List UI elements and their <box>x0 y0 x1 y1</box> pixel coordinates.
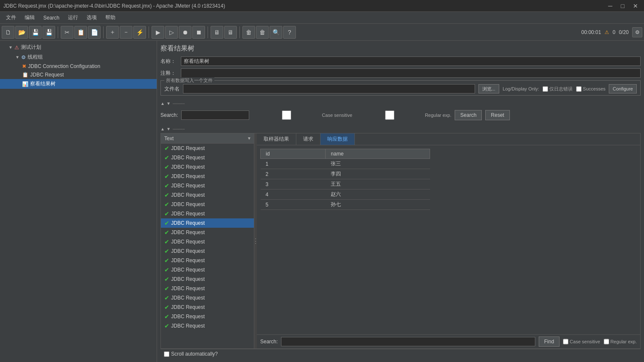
filename-input[interactable] <box>183 84 475 93</box>
list-item-15[interactable]: ✔ JDBC Request <box>161 284 254 293</box>
maximize-button[interactable]: □ <box>619 3 627 9</box>
menu-options[interactable]: 选项 <box>82 12 101 23</box>
main-layout: ▼ ⚠ 测试计划 ▼ ⚙ 线程组 ✖ JDBC Connection Confi… <box>0 41 644 362</box>
reset-button[interactable]: Reset <box>485 110 509 120</box>
menu-run[interactable]: 运行 <box>64 12 82 23</box>
list-item-17[interactable]: ✔ JDBC Request <box>161 303 254 312</box>
list-item-5[interactable]: ✔ JDBC Request <box>161 190 254 200</box>
list-item-19[interactable]: ✔ JDBC Request <box>161 321 254 331</box>
regular-exp-checkbox[interactable] <box>356 110 424 120</box>
errors-checkbox[interactable] <box>543 86 548 92</box>
list-item-4[interactable]: ✔ JDBC Request <box>161 181 254 190</box>
list-resizer[interactable] <box>252 133 254 348</box>
left-panel: ▼ ⚠ 测试计划 ▼ ⚙ 线程组 ✖ JDBC Connection Confi… <box>0 41 157 362</box>
separator-5 <box>239 26 240 38</box>
cell-id-3: 4 <box>261 189 326 200</box>
list-item-2[interactable]: ✔ JDBC Request <box>161 162 254 172</box>
find-button[interactable]: Find <box>539 337 560 347</box>
case-sensitive-option[interactable]: Case sensitive <box>253 110 352 120</box>
menu-file[interactable]: 文件 <box>2 12 20 23</box>
list-item-0[interactable]: ✔ JDBC Request <box>161 144 254 153</box>
paste-button[interactable]: 📄 <box>88 26 101 39</box>
list-item-6[interactable]: ✔ JDBC Request <box>161 200 254 209</box>
tab-request[interactable]: 请求 <box>296 133 321 145</box>
comment-input[interactable] <box>181 68 641 78</box>
tree-item-test-plan[interactable]: ▼ ⚠ 测试计划 <box>0 42 157 52</box>
check-icon-16: ✔ <box>164 294 169 301</box>
tree-item-jdbc-config[interactable]: ✖ JDBC Connection Configuration <box>0 62 157 71</box>
bottom-regular-exp-option[interactable]: Regular exp. <box>604 337 637 346</box>
list-item-18[interactable]: ✔ JDBC Request <box>161 312 254 321</box>
separator-4 <box>208 26 208 38</box>
copy-button[interactable]: 📋 <box>74 26 87 39</box>
search-button[interactable]: Search <box>455 110 482 120</box>
tab-response-data[interactable]: 响应数据 <box>321 133 355 145</box>
browse-button[interactable]: 浏览... <box>478 84 499 93</box>
menu-help[interactable]: 帮助 <box>101 12 120 23</box>
bottom-regular-exp-checkbox[interactable] <box>604 337 609 346</box>
remove-button[interactable]: － <box>120 26 132 39</box>
tab-sampler-result[interactable]: 取样器结果 <box>257 133 296 145</box>
remote-stop-button[interactable]: 🖥 <box>224 26 237 39</box>
cell-id-1: 2 <box>261 169 326 179</box>
list-item-7[interactable]: ✔ JDBC Request <box>161 209 254 218</box>
start-button[interactable]: ▶ <box>152 26 164 39</box>
list-item-11[interactable]: ✔ JDBC Request <box>161 246 254 256</box>
help-button[interactable]: ? <box>283 26 296 39</box>
new-button[interactable]: 🗋 <box>2 26 14 39</box>
menu-search[interactable]: Search <box>39 13 64 23</box>
successes-option[interactable]: Successes <box>576 86 605 92</box>
toggle-button[interactable]: ⚡ <box>133 26 146 39</box>
name-input[interactable] <box>181 57 641 66</box>
case-sensitive-checkbox[interactable] <box>253 110 321 120</box>
regular-exp-option[interactable]: Regular exp. <box>356 110 451 120</box>
start-no-pause-button[interactable]: ▷ <box>165 26 178 39</box>
bottom-search-input[interactable] <box>281 337 535 346</box>
tree-label-thread-group: 线程组 <box>28 54 43 61</box>
scroll-auto-label[interactable]: Scroll automatically? <box>164 351 218 357</box>
separator-3 <box>149 26 149 38</box>
save-button[interactable]: 💾 <box>29 26 42 39</box>
open-button[interactable]: 📂 <box>15 26 28 39</box>
cut-button[interactable]: ✂ <box>61 26 73 39</box>
list-filter-button[interactable]: ▼ <box>246 136 252 141</box>
file-section: 所有数据写入一个文件 文件名 浏览... Log/Display Only: 仅… <box>160 80 641 96</box>
file-section-legend: 所有数据写入一个文件 <box>164 77 214 84</box>
errors-option[interactable]: 仅日志错误 <box>543 86 573 92</box>
stop-button[interactable]: ⏺ <box>179 26 191 39</box>
search-toolbar-button[interactable]: 🔍 <box>270 26 282 39</box>
scroll-auto-checkbox[interactable] <box>164 351 169 357</box>
result-tree-icon: 📊 <box>22 81 28 87</box>
menu-edit[interactable]: 编辑 <box>20 12 39 23</box>
list-item-12[interactable]: ✔ JDBC Request <box>161 256 254 265</box>
save-as-button[interactable]: 💾 <box>42 26 55 39</box>
bottom-case-sensitive-checkbox[interactable] <box>563 337 568 346</box>
list-item-1[interactable]: ✔ JDBC Request <box>161 153 254 162</box>
configure-button[interactable]: Configure <box>609 84 637 93</box>
list-item-3[interactable]: ✔ JDBC Request <box>161 172 254 181</box>
remote-start-button[interactable]: 🖥 <box>211 26 223 39</box>
bottom-case-sensitive-option[interactable]: Case sensitive <box>563 337 600 346</box>
minimize-button[interactable]: ─ <box>606 3 615 9</box>
stop-now-button[interactable]: ⏹ <box>192 26 205 39</box>
menu-bar: 文件 编辑 Search 运行 选项 帮助 <box>0 12 644 24</box>
list-item-16[interactable]: ✔ JDBC Request <box>161 293 254 303</box>
tree-item-result-tree[interactable]: 📊 察看结果树 <box>0 79 157 89</box>
list-item-10[interactable]: ✔ JDBC Request <box>161 237 254 246</box>
add-button[interactable]: ＋ <box>106 26 119 39</box>
list-item-14[interactable]: ✔ JDBC Request <box>161 274 254 284</box>
clear-tree-button[interactable]: 🗑 <box>256 26 269 39</box>
col-name: name <box>326 149 430 159</box>
tree-item-thread-group[interactable]: ▼ ⚙ 线程组 <box>0 52 157 62</box>
search-input[interactable] <box>181 110 249 120</box>
successes-checkbox[interactable] <box>576 86 582 92</box>
tree-item-jdbc-request[interactable]: 📋 JDBC Request <box>0 71 157 79</box>
settings-button[interactable]: ⚙ <box>632 27 642 37</box>
clear-all-button[interactable]: 🗑 <box>242 26 255 39</box>
viewer-title: 察看结果树 <box>160 44 641 53</box>
list-item-9[interactable]: ✔ JDBC Request <box>161 228 254 237</box>
close-button[interactable]: ✕ <box>630 3 641 9</box>
list-item-13[interactable]: ✔ JDBC Request <box>161 265 254 274</box>
table-row-4: 5 孙七 <box>261 200 430 210</box>
list-item-8[interactable]: ✔ JDBC Request <box>161 218 254 228</box>
